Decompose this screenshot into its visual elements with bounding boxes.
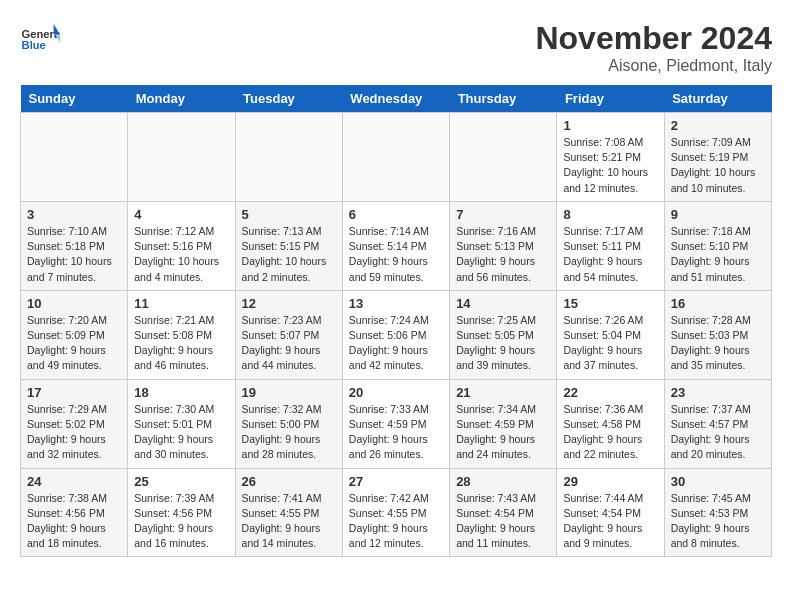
day-info: Sunrise: 7:30 AM Sunset: 5:01 PM Dayligh…: [134, 402, 228, 463]
day-info: Sunrise: 7:38 AM Sunset: 4:56 PM Dayligh…: [27, 491, 121, 552]
day-number: 5: [242, 207, 336, 222]
day-number: 16: [671, 296, 765, 311]
day-info: Sunrise: 7:09 AM Sunset: 5:19 PM Dayligh…: [671, 135, 765, 196]
calendar-cell: 6Sunrise: 7:14 AM Sunset: 5:14 PM Daylig…: [342, 201, 449, 290]
day-info: Sunrise: 7:10 AM Sunset: 5:18 PM Dayligh…: [27, 224, 121, 285]
calendar-cell: 19Sunrise: 7:32 AM Sunset: 5:00 PM Dayli…: [235, 379, 342, 468]
title-block: November 2024 Aisone, Piedmont, Italy: [535, 20, 772, 75]
calendar-cell: 24Sunrise: 7:38 AM Sunset: 4:56 PM Dayli…: [21, 468, 128, 557]
calendar-cell: 15Sunrise: 7:26 AM Sunset: 5:04 PM Dayli…: [557, 290, 664, 379]
month-title: November 2024: [535, 20, 772, 57]
calendar-cell: [128, 113, 235, 202]
weekday-header-sunday: Sunday: [21, 85, 128, 113]
calendar-cell: 23Sunrise: 7:37 AM Sunset: 4:57 PM Dayli…: [664, 379, 771, 468]
page-header: General Blue November 2024 Aisone, Piedm…: [20, 20, 772, 75]
calendar-cell: 11Sunrise: 7:21 AM Sunset: 5:08 PM Dayli…: [128, 290, 235, 379]
day-number: 1: [563, 118, 657, 133]
day-info: Sunrise: 7:28 AM Sunset: 5:03 PM Dayligh…: [671, 313, 765, 374]
calendar-cell: 8Sunrise: 7:17 AM Sunset: 5:11 PM Daylig…: [557, 201, 664, 290]
day-number: 3: [27, 207, 121, 222]
day-info: Sunrise: 7:14 AM Sunset: 5:14 PM Dayligh…: [349, 224, 443, 285]
day-info: Sunrise: 7:24 AM Sunset: 5:06 PM Dayligh…: [349, 313, 443, 374]
day-info: Sunrise: 7:37 AM Sunset: 4:57 PM Dayligh…: [671, 402, 765, 463]
day-number: 24: [27, 474, 121, 489]
day-number: 25: [134, 474, 228, 489]
day-info: Sunrise: 7:12 AM Sunset: 5:16 PM Dayligh…: [134, 224, 228, 285]
logo: General Blue: [20, 20, 60, 60]
weekday-header-wednesday: Wednesday: [342, 85, 449, 113]
weekday-header-thursday: Thursday: [450, 85, 557, 113]
calendar-cell: [235, 113, 342, 202]
calendar-week-row: 24Sunrise: 7:38 AM Sunset: 4:56 PM Dayli…: [21, 468, 772, 557]
calendar-cell: 9Sunrise: 7:18 AM Sunset: 5:10 PM Daylig…: [664, 201, 771, 290]
day-info: Sunrise: 7:17 AM Sunset: 5:11 PM Dayligh…: [563, 224, 657, 285]
calendar-cell: 25Sunrise: 7:39 AM Sunset: 4:56 PM Dayli…: [128, 468, 235, 557]
calendar-table: SundayMondayTuesdayWednesdayThursdayFrid…: [20, 85, 772, 557]
calendar-cell: 3Sunrise: 7:10 AM Sunset: 5:18 PM Daylig…: [21, 201, 128, 290]
day-info: Sunrise: 7:36 AM Sunset: 4:58 PM Dayligh…: [563, 402, 657, 463]
day-number: 10: [27, 296, 121, 311]
day-info: Sunrise: 7:34 AM Sunset: 4:59 PM Dayligh…: [456, 402, 550, 463]
day-number: 18: [134, 385, 228, 400]
day-number: 15: [563, 296, 657, 311]
day-number: 23: [671, 385, 765, 400]
calendar-cell: [21, 113, 128, 202]
calendar-cell: 10Sunrise: 7:20 AM Sunset: 5:09 PM Dayli…: [21, 290, 128, 379]
day-number: 29: [563, 474, 657, 489]
day-info: Sunrise: 7:18 AM Sunset: 5:10 PM Dayligh…: [671, 224, 765, 285]
calendar-week-row: 10Sunrise: 7:20 AM Sunset: 5:09 PM Dayli…: [21, 290, 772, 379]
day-info: Sunrise: 7:29 AM Sunset: 5:02 PM Dayligh…: [27, 402, 121, 463]
calendar-cell: 18Sunrise: 7:30 AM Sunset: 5:01 PM Dayli…: [128, 379, 235, 468]
calendar-cell: 14Sunrise: 7:25 AM Sunset: 5:05 PM Dayli…: [450, 290, 557, 379]
day-number: 4: [134, 207, 228, 222]
calendar-cell: 12Sunrise: 7:23 AM Sunset: 5:07 PM Dayli…: [235, 290, 342, 379]
weekday-header-row: SundayMondayTuesdayWednesdayThursdayFrid…: [21, 85, 772, 113]
day-info: Sunrise: 7:16 AM Sunset: 5:13 PM Dayligh…: [456, 224, 550, 285]
day-info: Sunrise: 7:08 AM Sunset: 5:21 PM Dayligh…: [563, 135, 657, 196]
calendar-cell: 16Sunrise: 7:28 AM Sunset: 5:03 PM Dayli…: [664, 290, 771, 379]
day-info: Sunrise: 7:39 AM Sunset: 4:56 PM Dayligh…: [134, 491, 228, 552]
calendar-cell: 20Sunrise: 7:33 AM Sunset: 4:59 PM Dayli…: [342, 379, 449, 468]
day-info: Sunrise: 7:44 AM Sunset: 4:54 PM Dayligh…: [563, 491, 657, 552]
day-info: Sunrise: 7:33 AM Sunset: 4:59 PM Dayligh…: [349, 402, 443, 463]
calendar-cell: 26Sunrise: 7:41 AM Sunset: 4:55 PM Dayli…: [235, 468, 342, 557]
weekday-header-friday: Friday: [557, 85, 664, 113]
day-info: Sunrise: 7:26 AM Sunset: 5:04 PM Dayligh…: [563, 313, 657, 374]
calendar-cell: 28Sunrise: 7:43 AM Sunset: 4:54 PM Dayli…: [450, 468, 557, 557]
logo-icon: General Blue: [20, 20, 60, 60]
day-info: Sunrise: 7:23 AM Sunset: 5:07 PM Dayligh…: [242, 313, 336, 374]
day-number: 7: [456, 207, 550, 222]
calendar-week-row: 3Sunrise: 7:10 AM Sunset: 5:18 PM Daylig…: [21, 201, 772, 290]
day-info: Sunrise: 7:45 AM Sunset: 4:53 PM Dayligh…: [671, 491, 765, 552]
calendar-week-row: 1Sunrise: 7:08 AM Sunset: 5:21 PM Daylig…: [21, 113, 772, 202]
calendar-cell: 29Sunrise: 7:44 AM Sunset: 4:54 PM Dayli…: [557, 468, 664, 557]
day-number: 12: [242, 296, 336, 311]
calendar-cell: 13Sunrise: 7:24 AM Sunset: 5:06 PM Dayli…: [342, 290, 449, 379]
calendar-cell: 7Sunrise: 7:16 AM Sunset: 5:13 PM Daylig…: [450, 201, 557, 290]
day-info: Sunrise: 7:13 AM Sunset: 5:15 PM Dayligh…: [242, 224, 336, 285]
calendar-cell: 21Sunrise: 7:34 AM Sunset: 4:59 PM Dayli…: [450, 379, 557, 468]
day-number: 11: [134, 296, 228, 311]
calendar-cell: [342, 113, 449, 202]
day-number: 9: [671, 207, 765, 222]
day-info: Sunrise: 7:32 AM Sunset: 5:00 PM Dayligh…: [242, 402, 336, 463]
day-number: 13: [349, 296, 443, 311]
calendar-cell: 1Sunrise: 7:08 AM Sunset: 5:21 PM Daylig…: [557, 113, 664, 202]
day-info: Sunrise: 7:21 AM Sunset: 5:08 PM Dayligh…: [134, 313, 228, 374]
weekday-header-monday: Monday: [128, 85, 235, 113]
calendar-cell: 22Sunrise: 7:36 AM Sunset: 4:58 PM Dayli…: [557, 379, 664, 468]
weekday-header-tuesday: Tuesday: [235, 85, 342, 113]
calendar-cell: 27Sunrise: 7:42 AM Sunset: 4:55 PM Dayli…: [342, 468, 449, 557]
day-info: Sunrise: 7:43 AM Sunset: 4:54 PM Dayligh…: [456, 491, 550, 552]
day-number: 20: [349, 385, 443, 400]
day-number: 22: [563, 385, 657, 400]
calendar-cell: 5Sunrise: 7:13 AM Sunset: 5:15 PM Daylig…: [235, 201, 342, 290]
day-number: 14: [456, 296, 550, 311]
location: Aisone, Piedmont, Italy: [535, 57, 772, 75]
day-info: Sunrise: 7:41 AM Sunset: 4:55 PM Dayligh…: [242, 491, 336, 552]
calendar-cell: [450, 113, 557, 202]
day-number: 28: [456, 474, 550, 489]
calendar-cell: 17Sunrise: 7:29 AM Sunset: 5:02 PM Dayli…: [21, 379, 128, 468]
day-number: 6: [349, 207, 443, 222]
day-number: 21: [456, 385, 550, 400]
